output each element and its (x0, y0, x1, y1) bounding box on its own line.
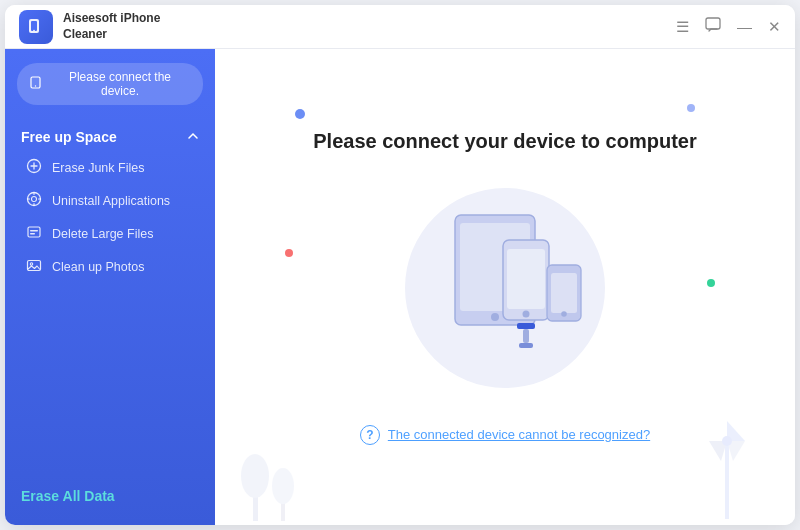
svg-rect-10 (30, 230, 38, 232)
sidebar-item-delete-large[interactable]: Delete Large Files (5, 217, 215, 250)
junk-icon (25, 158, 43, 177)
connect-device-button[interactable]: Please connect the device. (17, 63, 203, 105)
sidebar-item-clean-photos[interactable]: Clean up Photos (5, 250, 215, 283)
minimize-icon[interactable]: — (737, 18, 752, 35)
svg-rect-28 (253, 486, 258, 521)
device-illustration (355, 183, 655, 393)
svg-point-27 (722, 436, 732, 446)
large-files-icon (25, 224, 43, 243)
svg-rect-21 (551, 273, 577, 313)
phone-icon (29, 76, 42, 92)
menu-icon[interactable]: ☰ (676, 18, 689, 36)
svg-point-2 (33, 29, 35, 31)
svg-rect-24 (523, 329, 529, 343)
svg-rect-23 (517, 323, 535, 329)
svg-rect-9 (28, 227, 40, 237)
app-title: Aiseesoft iPhone Cleaner (63, 11, 160, 42)
close-icon[interactable]: ✕ (768, 18, 781, 36)
uninstall-apps-label: Uninstall Applications (52, 194, 170, 208)
erase-all-button[interactable]: Erase All Data (21, 488, 115, 504)
section-label: Free up Space (21, 129, 117, 145)
svg-rect-12 (28, 261, 41, 271)
sidebar-item-uninstall-apps[interactable]: Uninstall Applications (5, 184, 215, 217)
deco-dot-2 (687, 104, 695, 112)
svg-point-8 (32, 197, 37, 202)
sidebar: Please connect the device. Free up Space… (5, 49, 215, 525)
chat-icon[interactable] (705, 17, 721, 36)
content: Please connect the device. Free up Space… (5, 49, 795, 525)
svg-rect-18 (507, 249, 545, 309)
deco-dot-3 (285, 249, 293, 257)
svg-point-19 (523, 311, 530, 318)
svg-point-5 (35, 85, 36, 86)
svg-point-22 (561, 311, 567, 317)
question-icon: ? (360, 425, 380, 445)
clean-photos-label: Clean up Photos (52, 260, 144, 274)
app-icon (19, 10, 53, 44)
deco-dot-1 (295, 109, 305, 119)
help-link-area: ? The connected device cannot be recogni… (360, 425, 650, 445)
apps-icon (25, 191, 43, 210)
free-up-space-section: Free up Space Erase Junk Files Uninsta (5, 123, 215, 287)
app-window: Aiseesoft iPhone Cleaner ☰ — ✕ Please co… (5, 5, 795, 525)
free-up-space-header[interactable]: Free up Space (5, 123, 215, 151)
svg-rect-25 (519, 343, 533, 348)
connect-button-label: Please connect the device. (49, 70, 191, 98)
svg-point-13 (30, 263, 32, 265)
photos-icon (25, 257, 43, 276)
devices-svg (395, 195, 615, 380)
svg-rect-1 (31, 21, 37, 31)
svg-rect-26 (725, 441, 729, 519)
chevron-up-icon (187, 129, 199, 145)
sidebar-bottom: Erase All Data (5, 471, 215, 525)
svg-point-16 (491, 313, 499, 321)
svg-point-29 (241, 454, 269, 498)
deco-turbine (665, 411, 795, 525)
main-content: Please connect your device to computer (215, 49, 795, 525)
title-bar: Aiseesoft iPhone Cleaner ☰ — ✕ (5, 5, 795, 49)
svg-rect-3 (706, 18, 720, 29)
title-bar-controls: ☰ — ✕ (676, 17, 781, 36)
delete-large-label: Delete Large Files (52, 227, 153, 241)
main-title: Please connect your device to computer (313, 130, 696, 153)
svg-point-31 (272, 468, 294, 504)
help-link[interactable]: The connected device cannot be recognize… (388, 427, 650, 442)
sidebar-item-erase-junk[interactable]: Erase Junk Files (5, 151, 215, 184)
svg-rect-30 (281, 496, 285, 521)
deco-dot-4 (707, 279, 715, 287)
svg-rect-11 (30, 233, 35, 235)
erase-junk-label: Erase Junk Files (52, 161, 144, 175)
title-bar-left: Aiseesoft iPhone Cleaner (19, 10, 160, 44)
deco-trees (235, 431, 315, 525)
